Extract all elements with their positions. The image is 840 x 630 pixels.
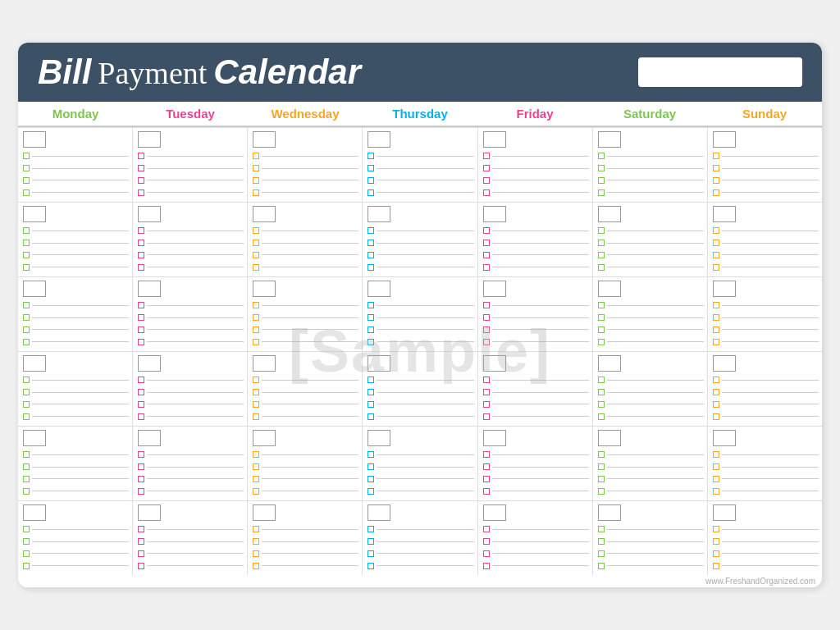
mini-checkbox[interactable] <box>138 189 144 196</box>
mini-checkbox[interactable] <box>483 526 490 532</box>
mini-checkbox[interactable] <box>368 252 374 258</box>
mini-checkbox[interactable] <box>598 240 605 246</box>
mini-checkbox[interactable] <box>713 389 719 395</box>
mini-checkbox[interactable] <box>483 264 490 271</box>
title-input[interactable] <box>638 57 802 87</box>
mini-checkbox[interactable] <box>253 302 259 308</box>
mini-checkbox[interactable] <box>483 401 490 408</box>
mini-checkbox[interactable] <box>23 413 30 420</box>
mini-checkbox[interactable] <box>598 463 605 470</box>
mini-checkbox[interactable] <box>598 563 605 569</box>
mini-checkbox[interactable] <box>483 339 490 345</box>
mini-checkbox[interactable] <box>713 463 719 470</box>
mini-checkbox[interactable] <box>598 389 605 395</box>
mini-checkbox[interactable] <box>483 177 490 184</box>
mini-checkbox[interactable] <box>138 463 144 470</box>
mini-checkbox[interactable] <box>138 153 144 159</box>
mini-checkbox[interactable] <box>483 302 490 308</box>
mini-checkbox[interactable] <box>253 314 259 321</box>
mini-checkbox[interactable] <box>368 153 374 159</box>
mini-checkbox[interactable] <box>23 401 30 408</box>
mini-checkbox[interactable] <box>253 413 259 420</box>
mini-checkbox[interactable] <box>138 413 144 420</box>
mini-checkbox[interactable] <box>253 377 259 383</box>
mini-checkbox[interactable] <box>253 264 259 271</box>
mini-checkbox[interactable] <box>368 463 374 470</box>
mini-checkbox[interactable] <box>138 401 144 408</box>
mini-checkbox[interactable] <box>138 314 144 321</box>
mini-checkbox[interactable] <box>253 153 259 159</box>
mini-checkbox[interactable] <box>598 165 605 171</box>
mini-checkbox[interactable] <box>138 476 144 482</box>
mini-checkbox[interactable] <box>713 302 719 308</box>
mini-checkbox[interactable] <box>483 451 490 458</box>
mini-checkbox[interactable] <box>598 189 605 196</box>
mini-checkbox[interactable] <box>713 377 719 383</box>
mini-checkbox[interactable] <box>368 563 374 569</box>
mini-checkbox[interactable] <box>23 153 30 159</box>
mini-checkbox[interactable] <box>713 326 719 333</box>
mini-checkbox[interactable] <box>368 264 374 271</box>
mini-checkbox[interactable] <box>368 377 374 383</box>
mini-checkbox[interactable] <box>138 227 144 234</box>
mini-checkbox[interactable] <box>138 389 144 395</box>
mini-checkbox[interactable] <box>253 476 259 482</box>
mini-checkbox[interactable] <box>23 339 30 345</box>
mini-checkbox[interactable] <box>253 401 259 408</box>
mini-checkbox[interactable] <box>598 550 605 557</box>
mini-checkbox[interactable] <box>483 165 490 171</box>
mini-checkbox[interactable] <box>713 488 719 495</box>
mini-checkbox[interactable] <box>138 326 144 333</box>
mini-checkbox[interactable] <box>713 153 719 159</box>
mini-checkbox[interactable] <box>598 451 605 458</box>
mini-checkbox[interactable] <box>23 252 30 258</box>
mini-checkbox[interactable] <box>368 189 374 196</box>
mini-checkbox[interactable] <box>368 240 374 246</box>
mini-checkbox[interactable] <box>713 563 719 569</box>
mini-checkbox[interactable] <box>368 401 374 408</box>
mini-checkbox[interactable] <box>598 326 605 333</box>
mini-checkbox[interactable] <box>713 264 719 271</box>
mini-checkbox[interactable] <box>598 153 605 159</box>
mini-checkbox[interactable] <box>23 326 30 333</box>
mini-checkbox[interactable] <box>713 476 719 482</box>
mini-checkbox[interactable] <box>23 389 30 395</box>
mini-checkbox[interactable] <box>253 252 259 258</box>
mini-checkbox[interactable] <box>598 538 605 545</box>
mini-checkbox[interactable] <box>138 550 144 557</box>
mini-checkbox[interactable] <box>138 526 144 532</box>
mini-checkbox[interactable] <box>368 339 374 345</box>
mini-checkbox[interactable] <box>368 550 374 557</box>
mini-checkbox[interactable] <box>598 264 605 271</box>
mini-checkbox[interactable] <box>598 177 605 184</box>
mini-checkbox[interactable] <box>253 488 259 495</box>
mini-checkbox[interactable] <box>713 227 719 234</box>
mini-checkbox[interactable] <box>253 189 259 196</box>
mini-checkbox[interactable] <box>483 326 490 333</box>
mini-checkbox[interactable] <box>368 476 374 482</box>
mini-checkbox[interactable] <box>598 413 605 420</box>
mini-checkbox[interactable] <box>598 314 605 321</box>
mini-checkbox[interactable] <box>368 538 374 545</box>
mini-checkbox[interactable] <box>368 165 374 171</box>
mini-checkbox[interactable] <box>483 476 490 482</box>
mini-checkbox[interactable] <box>138 252 144 258</box>
mini-checkbox[interactable] <box>368 227 374 234</box>
mini-checkbox[interactable] <box>23 463 30 470</box>
mini-checkbox[interactable] <box>253 526 259 532</box>
mini-checkbox[interactable] <box>483 189 490 196</box>
mini-checkbox[interactable] <box>598 339 605 345</box>
mini-checkbox[interactable] <box>368 526 374 532</box>
mini-checkbox[interactable] <box>483 314 490 321</box>
mini-checkbox[interactable] <box>713 240 719 246</box>
mini-checkbox[interactable] <box>23 240 30 246</box>
mini-checkbox[interactable] <box>138 264 144 271</box>
mini-checkbox[interactable] <box>138 177 144 184</box>
mini-checkbox[interactable] <box>483 252 490 258</box>
mini-checkbox[interactable] <box>253 463 259 470</box>
mini-checkbox[interactable] <box>253 339 259 345</box>
mini-checkbox[interactable] <box>713 538 719 545</box>
mini-checkbox[interactable] <box>713 550 719 557</box>
mini-checkbox[interactable] <box>483 563 490 569</box>
mini-checkbox[interactable] <box>713 177 719 184</box>
